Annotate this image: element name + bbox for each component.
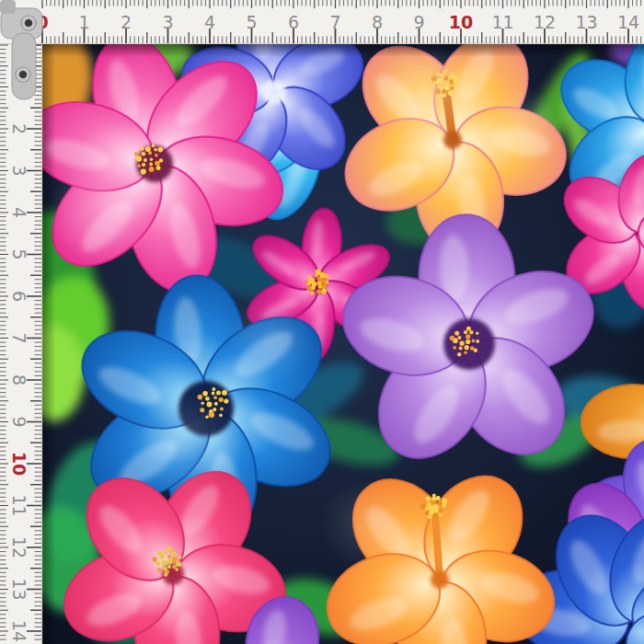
stamen-dot	[466, 327, 471, 331]
stamen-dot	[465, 345, 469, 350]
stamen-dot	[433, 512, 438, 517]
stamen-dot	[205, 397, 210, 401]
stamen-dot	[145, 146, 151, 152]
stamen-dot	[439, 509, 443, 512]
stamen-dot	[325, 274, 329, 279]
stamen-dot	[159, 158, 163, 162]
flower-stalk	[435, 515, 440, 580]
stamen-dot	[222, 390, 227, 396]
stamen-dot	[476, 339, 479, 343]
stamen-dot	[464, 330, 467, 334]
bracket-rivet-1	[21, 16, 36, 30]
left-ruler-number-5: 5	[9, 248, 29, 259]
stamen-dot	[212, 387, 215, 391]
stamen-dot	[450, 336, 455, 341]
top-ruler-number-14: 14	[617, 12, 639, 32]
stamen-dot	[167, 546, 172, 552]
left-ruler-number-13: 13	[9, 578, 29, 600]
stamen-dot	[316, 269, 321, 274]
stamen-dot	[420, 503, 426, 509]
stamen-dot	[158, 147, 164, 153]
stamen-dot	[150, 158, 153, 161]
glow-spot	[230, 296, 315, 381]
stamen-dot	[439, 513, 443, 517]
stamen-dot	[161, 560, 167, 566]
left-ruler-number-6: 6	[9, 291, 29, 302]
stamen-dot	[157, 568, 162, 572]
stamen-dot	[321, 279, 327, 284]
stamen-dot	[460, 341, 465, 346]
stamen-dot	[167, 565, 171, 569]
stamen-dot	[213, 396, 217, 399]
stamen-dot	[172, 557, 178, 562]
stamen-dot	[472, 339, 476, 343]
stamen-dot	[216, 390, 221, 395]
ruler-shadow-left	[42, 44, 55, 644]
left-ruler-number-8: 8	[9, 374, 29, 385]
glow-spot	[48, 153, 158, 263]
stamen-dot	[443, 503, 446, 507]
stamen-dot	[164, 573, 167, 577]
stamen-dot	[134, 152, 138, 155]
stamen-dot	[305, 281, 308, 284]
ruler-shadow-top	[42, 44, 644, 57]
stamen-dot	[459, 346, 463, 350]
stamen-dot	[141, 147, 144, 151]
left-ruler-number-10: 10	[9, 452, 29, 476]
bracket-rivet-2	[16, 67, 30, 82]
stamen-dot	[164, 551, 167, 555]
stamen-dot	[136, 155, 142, 161]
stamen-dot	[142, 152, 146, 156]
stamen-dot	[202, 391, 208, 397]
stamen-dot	[149, 167, 155, 172]
stamen-dot	[469, 330, 474, 335]
glow-spot	[320, 478, 412, 570]
stamen-dot	[326, 281, 329, 284]
stamen-dot	[432, 494, 436, 498]
stamen-dot	[426, 497, 431, 501]
stamen-dot	[306, 286, 311, 291]
top-ruler-number-4: 4	[204, 12, 215, 32]
stamen-dot	[316, 289, 321, 293]
stamen-dot	[155, 561, 160, 566]
left-ruler-number-4: 4	[9, 207, 29, 218]
top-ruler-number-1: 1	[78, 12, 89, 32]
stamen-dot	[176, 561, 181, 567]
stamen-dot	[454, 331, 459, 336]
flower-center	[262, 80, 286, 104]
stamen-dot	[436, 496, 441, 500]
left-ruler-number-9: 9	[9, 416, 29, 427]
top-ruler-number-9: 9	[413, 12, 424, 32]
stamen-dot	[212, 392, 215, 396]
stamen-dot	[442, 498, 447, 503]
top-ruler-number-13: 13	[575, 12, 597, 32]
stamen-dot	[155, 161, 160, 167]
fabric-print	[9, 0, 644, 644]
stamen-dot	[214, 402, 218, 406]
glow-spot	[372, 42, 475, 145]
left-ruler-number-12: 12	[9, 536, 29, 558]
stamen-dot	[464, 351, 467, 354]
flower-center	[443, 318, 495, 370]
stamen-dot	[425, 512, 430, 516]
stamen-dot	[310, 292, 314, 295]
top-ruler-number-2: 2	[121, 12, 132, 32]
stamen-dot	[156, 166, 161, 170]
stamen-dot	[224, 398, 228, 403]
top-ruler-number-8: 8	[372, 12, 383, 32]
left-ruler-number-2: 2	[9, 123, 29, 134]
stamen-dot	[172, 551, 177, 556]
top-ruler: 01234567891011121314	[0, 0, 644, 44]
top-ruler-number-5: 5	[246, 12, 257, 32]
glow-spot	[478, 86, 563, 171]
stamen-dot	[474, 349, 477, 352]
top-ruler-number-7: 7	[329, 12, 340, 32]
stamen-dot	[476, 332, 478, 335]
stamen-dot	[311, 285, 316, 290]
swatch-scene: 123456789101112131401234567891011121314	[0, 0, 644, 644]
stamen-dot	[466, 339, 470, 344]
stamen-dot	[154, 148, 157, 152]
top-ruler-number-3: 3	[162, 12, 173, 32]
left-ruler-number-7: 7	[9, 332, 29, 343]
stamen-dot	[453, 346, 456, 350]
